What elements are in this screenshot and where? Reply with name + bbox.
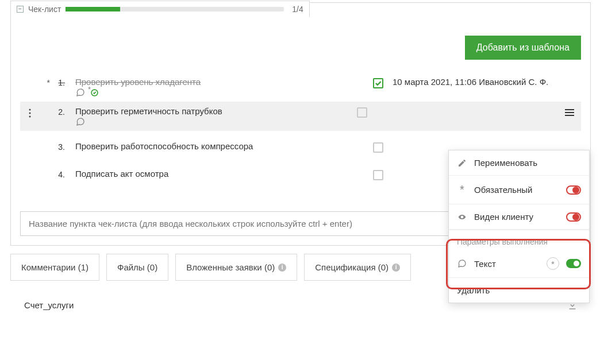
- item-number: 3.: [50, 141, 67, 152]
- item-context-menu: Переименовать * Обязательный Виден клиен…: [448, 150, 590, 303]
- tab-specification[interactable]: Спецификация (0)i: [304, 254, 411, 281]
- svg-rect-4: [565, 109, 574, 110]
- collapse-icon[interactable]: −: [17, 6, 24, 13]
- attachment-name: Счет_услуги: [24, 300, 74, 310]
- comment-icon[interactable]: [75, 88, 86, 97]
- asterisk-icon: *: [88, 85, 91, 94]
- item-meta: 10 марта 2021, 11:06 Ивановский С. Ф.: [388, 77, 578, 87]
- item-menu-button[interactable]: [561, 106, 578, 117]
- add-from-template-button[interactable]: Добавить из шаблона: [465, 36, 581, 60]
- svg-point-1: [29, 109, 31, 111]
- toggle-required[interactable]: [566, 185, 581, 195]
- progress-bar: [66, 7, 284, 11]
- tab-files[interactable]: Файлы (0): [106, 254, 168, 281]
- drag-handle: [24, 77, 36, 79]
- ctx-client-visible[interactable]: Виден клиенту: [449, 204, 589, 230]
- checklist-title: Чек-лист: [28, 5, 61, 14]
- drag-handle-icon[interactable]: [24, 106, 36, 118]
- item-number: 1.: [50, 77, 67, 87]
- item-title: Подписать акт осмотра: [75, 169, 373, 179]
- svg-rect-5: [565, 112, 574, 113]
- comment-icon[interactable]: [75, 117, 86, 126]
- comment-icon: [457, 259, 467, 268]
- pencil-icon: [457, 158, 467, 168]
- item-number: 4.: [50, 169, 67, 179]
- progress-text: 1/4: [292, 5, 303, 14]
- asterisk-badge[interactable]: *: [547, 257, 559, 270]
- ctx-text[interactable]: Текст *: [449, 250, 589, 278]
- ctx-required[interactable]: * Обязательный: [449, 176, 589, 204]
- item-checkbox[interactable]: [373, 78, 383, 88]
- item-title: Проверить работоспособность компрессора: [75, 141, 373, 151]
- toggle-client-visible[interactable]: [566, 212, 581, 222]
- checklist-tab-header[interactable]: − Чек-лист 1/4: [10, 1, 310, 17]
- item-checkbox[interactable]: [373, 142, 383, 153]
- item-title: Проверить уровень хладагента: [75, 77, 373, 87]
- svg-point-3: [29, 116, 31, 118]
- toggle-text[interactable]: [566, 259, 581, 268]
- checklist-item[interactable]: * 1. Проверить уровень хладагента *: [20, 72, 581, 102]
- item-checkbox[interactable]: [373, 170, 383, 180]
- ctx-section-exec-params: Параметры выполнения: [449, 230, 589, 250]
- ctx-delete[interactable]: Удалить: [449, 278, 589, 303]
- eye-icon: [457, 213, 467, 221]
- checklist-item[interactable]: 2. Проверить герметичность патрубков: [20, 102, 581, 131]
- info-icon: i: [392, 264, 400, 272]
- check-circle-icon: [91, 89, 98, 96]
- asterisk-icon: *: [457, 183, 467, 196]
- svg-rect-6: [565, 115, 574, 116]
- item-checkbox[interactable]: [357, 107, 367, 118]
- svg-point-2: [29, 113, 31, 114]
- tab-nested-requests[interactable]: Вложенные заявки (0)i: [175, 254, 297, 281]
- item-number: 2.: [50, 106, 67, 117]
- item-title: Проверить герметичность патрубков: [75, 106, 357, 116]
- ctx-rename[interactable]: Переименовать: [449, 150, 589, 176]
- required-mark: *: [36, 77, 50, 87]
- info-icon: i: [278, 264, 286, 272]
- progress-fill: [66, 7, 120, 11]
- tab-comments[interactable]: Комментарии (1): [10, 254, 99, 281]
